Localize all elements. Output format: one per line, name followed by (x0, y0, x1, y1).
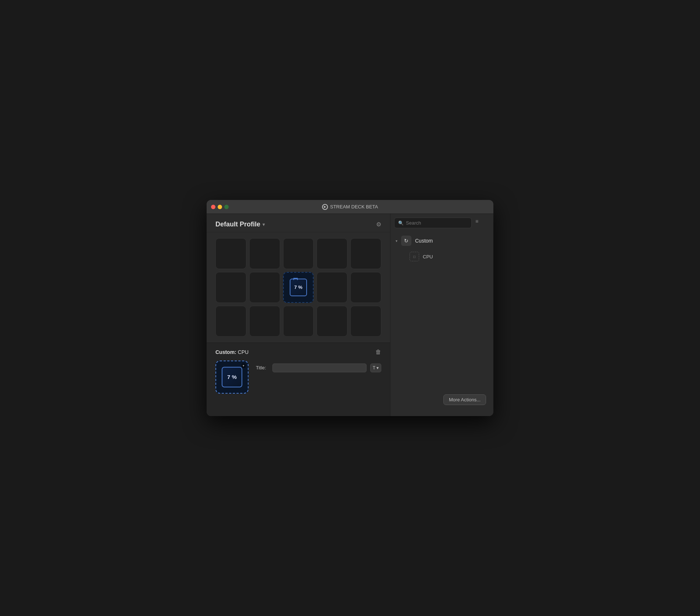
category-custom-icon: ↻ (401, 236, 411, 246)
grid-button-6[interactable] (249, 272, 280, 303)
grid-button-3[interactable] (317, 238, 347, 269)
action-cpu-icon: □ (410, 252, 419, 261)
app-icon: ▶ (322, 204, 328, 210)
main-content: Default Profile ▾ ⚙ 7 % (207, 214, 493, 416)
grid-button-12[interactable] (283, 306, 314, 337)
titlebar-text: STREAM DECK BETA (330, 204, 378, 209)
right-panel: 🔍 ≡ ▾ ↻ Custom □ CPU More Actions... (390, 214, 493, 416)
category-custom-label: Custom (415, 238, 433, 244)
search-bar: 🔍 (394, 218, 472, 228)
grid-button-9[interactable] (350, 272, 381, 303)
action-cpu[interactable]: □ CPU (390, 249, 493, 264)
right-bottom: More Actions... (390, 391, 493, 412)
close-button[interactable] (211, 205, 215, 209)
grid-button-1[interactable] (249, 238, 280, 269)
cpu-chip-display: 7 % (290, 279, 307, 296)
grid-button-4[interactable] (350, 238, 381, 269)
grid-button-13[interactable] (317, 306, 347, 337)
search-input[interactable] (406, 220, 468, 226)
grid-button-14[interactable] (350, 306, 381, 337)
titlebar: ▶ STREAM DECK BETA (207, 200, 493, 214)
category-arrow: ▾ (396, 239, 397, 243)
button-grid: 7 % (207, 232, 390, 342)
left-panel: Default Profile ▾ ⚙ 7 % (207, 214, 390, 416)
title-input[interactable] (272, 363, 367, 372)
form-section: Title: T ▾ (256, 361, 381, 372)
settings-icon[interactable]: ⚙ (376, 221, 381, 228)
maximize-button[interactable] (224, 205, 229, 209)
grid-button-2[interactable] (283, 238, 314, 269)
search-row: 🔍 ≡ (390, 218, 493, 231)
profile-arrow: ▾ (262, 222, 265, 227)
list-view-icon[interactable]: ≡ (475, 218, 478, 224)
action-cpu-label: CPU (423, 254, 433, 259)
grid-button-11[interactable] (249, 306, 280, 337)
bottom-title-label: Custom: (215, 349, 236, 355)
preview-cpu-chip: 7 % (222, 367, 242, 387)
app-window: ▶ STREAM DECK BETA Default Profile ▾ ⚙ (207, 200, 493, 416)
preview-dropdown[interactable]: ▾ (242, 363, 246, 368)
profile-selector[interactable]: Default Profile ▾ (215, 221, 265, 228)
titlebar-title: ▶ STREAM DECK BETA (322, 204, 378, 210)
grid-button-5[interactable] (215, 272, 246, 303)
bottom-header: Custom: CPU 🗑 (215, 349, 381, 355)
font-button[interactable]: T ▾ (370, 363, 381, 372)
title-row: Title: T ▾ (256, 363, 381, 372)
preview-button[interactable]: 7 % ▾ (215, 361, 249, 394)
font-label: T (373, 365, 375, 370)
bottom-content: 7 % ▾ Title: T ▾ (215, 361, 381, 394)
delete-button[interactable]: 🗑 (375, 349, 381, 355)
title-label: Title: (256, 365, 269, 370)
more-actions-button[interactable]: More Actions... (443, 394, 486, 405)
preview-cpu-value: 7 % (227, 374, 237, 380)
search-icon: 🔍 (398, 221, 404, 226)
traffic-lights (211, 205, 229, 209)
minimize-button[interactable] (218, 205, 222, 209)
profile-name: Default Profile (215, 221, 260, 228)
grid-button-10[interactable] (215, 306, 246, 337)
grid-button-8[interactable] (317, 272, 347, 303)
bottom-title-value: CPU (238, 349, 249, 355)
bottom-title: Custom: CPU (215, 349, 249, 355)
grid-button-0[interactable] (215, 238, 246, 269)
cpu-button-inner: 7 % (284, 273, 313, 302)
category-custom[interactable]: ▾ ↻ Custom (390, 233, 493, 249)
grid-button-7-cpu[interactable]: 7 % (283, 272, 314, 303)
bottom-panel: Custom: CPU 🗑 7 % ▾ Title: (207, 343, 390, 416)
cpu-value-grid: 7 % (294, 284, 302, 290)
font-arrow: ▾ (376, 365, 379, 370)
profile-header: Default Profile ▾ ⚙ (207, 214, 390, 232)
